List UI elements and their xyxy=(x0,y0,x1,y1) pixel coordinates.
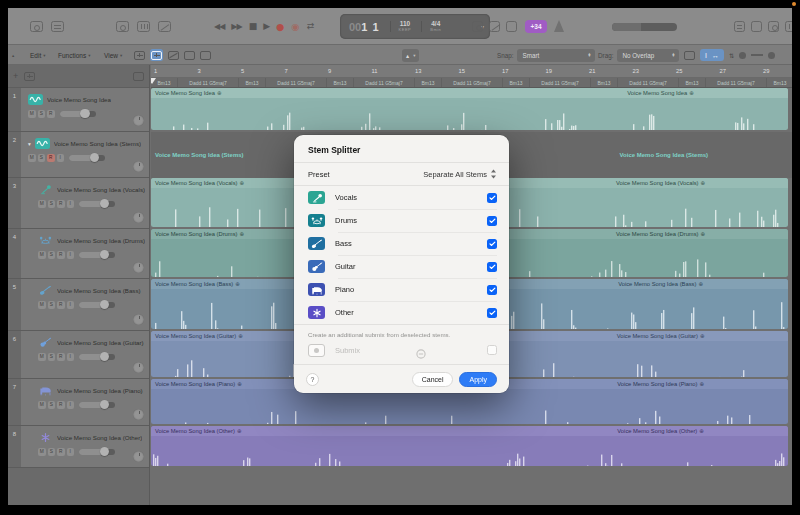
chord-strip[interactable]: Bm13Dadd 11 G5maj7Bm13Dadd 11 G5maj7Bm13… xyxy=(151,78,792,88)
hide-toolbar-chevron-icon[interactable]: ▴ xyxy=(12,45,14,65)
stem-checkbox[interactable] xyxy=(487,239,497,249)
forward-button[interactable]: ▶▶ xyxy=(231,23,241,31)
apple-loops-icon[interactable] xyxy=(768,21,779,32)
stop-button[interactable]: ■ xyxy=(249,22,257,31)
marquee-icon[interactable] xyxy=(184,51,195,60)
track-name[interactable]: Voice Memo Song Idea (Piano) xyxy=(57,387,143,394)
track-r-button[interactable]: R xyxy=(57,401,65,409)
pan-knob[interactable] xyxy=(133,262,144,273)
volume-slider[interactable] xyxy=(79,252,115,258)
track-name[interactable]: Voice Memo Song Idea (Other) xyxy=(57,434,142,441)
stem-checkbox[interactable] xyxy=(487,216,497,226)
header-display-icon[interactable] xyxy=(133,72,144,81)
view-regions-button[interactable] xyxy=(150,49,163,61)
pan-knob[interactable] xyxy=(133,314,144,325)
browsers-icon[interactable] xyxy=(785,21,792,32)
volume-slider[interactable] xyxy=(69,155,105,161)
record-button[interactable]: ● xyxy=(276,22,284,32)
purple-count-badge[interactable]: +34 xyxy=(525,20,547,33)
track-m-button[interactable]: M xyxy=(38,301,46,309)
cycle-button[interactable]: ⇄ xyxy=(307,22,315,31)
track-i-button[interactable]: I xyxy=(57,154,65,162)
track-r-button[interactable]: R xyxy=(47,110,55,118)
track-r-button[interactable]: R xyxy=(57,448,65,456)
preset-dropdown[interactable]: Separate All Stems xyxy=(423,169,497,179)
track-name[interactable]: Voice Memo Song Idea (Bass) xyxy=(57,287,141,294)
track-header[interactable]: 5 Voice Memo Song Idea (Bass) MSRI xyxy=(8,279,149,331)
view-list-icon[interactable] xyxy=(134,51,145,60)
submix-checkbox[interactable] xyxy=(487,345,497,355)
play-button[interactable]: ▶ xyxy=(263,22,269,31)
add-track-button[interactable]: + xyxy=(13,71,18,81)
horizontal-zoom-slider[interactable] xyxy=(768,52,775,59)
track-i-button[interactable]: I xyxy=(67,401,75,409)
track-r-button[interactable]: R xyxy=(47,154,55,162)
volume-slider[interactable] xyxy=(79,302,115,308)
track-s-button[interactable]: S xyxy=(38,110,46,118)
metronome-icon[interactable] xyxy=(554,20,564,32)
pan-knob[interactable] xyxy=(133,409,144,420)
remove-submix-icon[interactable] xyxy=(416,345,426,355)
track-header[interactable]: 7 Voice Memo Song Idea (Piano) MSRI xyxy=(8,379,149,426)
track-s-button[interactable]: S xyxy=(48,301,56,309)
audio-region[interactable]: Voice Memo Song Idea (Other)⊕ Voice Memo… xyxy=(151,426,788,466)
menu-functions[interactable]: Functions▾ xyxy=(58,45,90,65)
track-name[interactable]: Voice Memo Song Idea (Stems) xyxy=(54,140,141,147)
tool-pointer-icon[interactable] xyxy=(200,51,211,60)
count-in-icon[interactable] xyxy=(506,21,517,32)
volume-slider[interactable] xyxy=(79,402,115,408)
stem-checkbox[interactable] xyxy=(487,308,497,318)
track-m-button[interactable]: M xyxy=(28,154,36,162)
track-header[interactable]: 8 Voice Memo Song Idea (Other) MSRI xyxy=(8,426,149,468)
mixer-icon[interactable] xyxy=(137,21,150,32)
track-m-button[interactable]: M xyxy=(38,448,46,456)
track-m-button[interactable]: M xyxy=(28,110,36,118)
track-name[interactable]: Voice Memo Song Idea xyxy=(47,96,111,103)
volume-slider[interactable] xyxy=(79,201,115,207)
lcd-display[interactable]: 001 1 110 KEEP 4/4 Bmin ▾ xyxy=(340,14,490,39)
stem-checkbox[interactable] xyxy=(487,262,497,272)
menu-edit[interactable]: Edit▾ xyxy=(30,45,45,65)
track-i-button[interactable]: I xyxy=(67,301,75,309)
left-click-tool-menu[interactable]: ▴▾ xyxy=(402,49,419,62)
help-button[interactable]: ? xyxy=(306,373,319,386)
link-buttons[interactable]: I ↔ xyxy=(700,49,724,61)
list-editors-icon[interactable] xyxy=(734,21,745,32)
track-i-button[interactable]: I xyxy=(67,200,75,208)
stem-checkbox[interactable] xyxy=(487,193,497,203)
track-i-button[interactable]: I xyxy=(67,353,75,361)
bar-ruler[interactable]: 1357911131517192123252729 xyxy=(151,65,792,78)
capture-record-icon[interactable]: ◉ xyxy=(291,22,299,32)
editors-icon[interactable] xyxy=(158,21,171,32)
track-s-button[interactable]: S xyxy=(48,401,56,409)
playhead-marker[interactable] xyxy=(151,78,156,84)
volume-slider[interactable] xyxy=(79,449,115,455)
waveform-zoom-icon[interactable]: ⇅ xyxy=(729,52,734,59)
stem-checkbox[interactable] xyxy=(487,285,497,295)
track-m-button[interactable]: M xyxy=(38,401,46,409)
audio-region[interactable]: Voice Memo Song Idea⊕ Voice Memo Song Id… xyxy=(151,88,788,130)
track-s-button[interactable]: S xyxy=(38,154,46,162)
track-i-button[interactable]: I xyxy=(67,251,75,259)
track-name[interactable]: Voice Memo Song Idea (Vocals) xyxy=(57,186,145,193)
automation-icon[interactable] xyxy=(168,51,179,60)
track-s-button[interactable]: S xyxy=(48,251,56,259)
track-r-button[interactable]: R xyxy=(57,251,65,259)
catch-playhead-icon[interactable] xyxy=(684,51,695,60)
track-i-button[interactable]: I xyxy=(67,448,75,456)
track-name[interactable]: Voice Memo Song Idea (Guitar) xyxy=(57,339,144,346)
track-r-button[interactable]: R xyxy=(57,200,65,208)
track-header[interactable]: 3 Voice Memo Song Idea (Vocals) MSRI xyxy=(8,178,149,229)
menu-view[interactable]: View▾ xyxy=(104,45,122,65)
track-m-button[interactable]: M xyxy=(38,200,46,208)
tuner-icon[interactable] xyxy=(472,21,483,32)
volume-slider[interactable] xyxy=(79,354,115,360)
track-header[interactable]: 1 Voice Memo Song Idea MSR xyxy=(8,88,149,132)
track-name[interactable]: Voice Memo Song Idea (Drums) xyxy=(57,237,145,244)
volume-slider[interactable] xyxy=(60,111,96,117)
inspector-icon[interactable] xyxy=(51,21,64,32)
master-volume-slider[interactable] xyxy=(612,23,677,31)
pan-knob[interactable] xyxy=(133,212,144,223)
disclosure-triangle-icon[interactable]: ▾ xyxy=(28,141,31,147)
rewind-button[interactable]: ◀◀ xyxy=(214,23,224,31)
